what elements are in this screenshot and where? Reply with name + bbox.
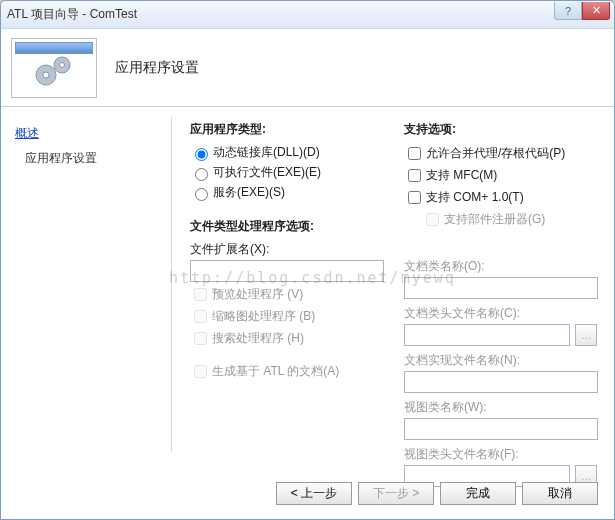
check-merge-proxy[interactable]: 允许合并代理/存根代码(P): [404, 144, 598, 163]
wizard-buttons: < 上一步 下一步 > 完成 取消: [276, 482, 598, 505]
support-title: 支持选项:: [404, 121, 598, 138]
check-mfc-input[interactable]: [408, 169, 421, 182]
check-component-reg-input: [426, 213, 439, 226]
view-header-label: 视图类头文件名称(F):: [404, 446, 598, 463]
title-bar: ATL 项目向导 - ComTest ? ✕: [1, 1, 614, 29]
file-ext-input[interactable]: [190, 260, 384, 282]
help-button[interactable]: ?: [554, 2, 582, 20]
doc-impl-label: 文档实现文件名称(N):: [404, 352, 598, 369]
radio-exe-input[interactable]: [195, 168, 208, 181]
check-gen-atl-doc: 生成基于 ATL 的文档(A): [190, 362, 384, 381]
check-thumb-input: [194, 310, 207, 323]
doc-header-input: [404, 324, 570, 346]
check-component-reg: 支持部件注册器(G): [404, 210, 598, 229]
finish-button[interactable]: 完成: [440, 482, 516, 505]
radio-service-input[interactable]: [195, 188, 208, 201]
window-title: ATL 项目向导 - ComTest: [7, 6, 137, 23]
check-preview-input: [194, 288, 207, 301]
prev-button[interactable]: < 上一步: [276, 482, 352, 505]
doc-class-input: [404, 277, 598, 299]
radio-dll-input[interactable]: [195, 148, 208, 161]
view-class-label: 视图类名称(W):: [404, 399, 598, 416]
radio-exe[interactable]: 可执行文件(EXE)(E): [190, 164, 384, 181]
cancel-button[interactable]: 取消: [522, 482, 598, 505]
wizard-banner-icon: [11, 38, 97, 98]
next-button: 下一步 >: [358, 482, 434, 505]
check-search-input: [194, 332, 207, 345]
file-ext-label: 文件扩展名(X):: [190, 241, 384, 258]
app-type-title: 应用程序类型:: [190, 121, 384, 138]
doc-impl-input: [404, 371, 598, 393]
check-search: 搜索处理程序 (H): [190, 329, 384, 348]
wizard-header: 应用程序设置: [1, 29, 614, 107]
sidebar-item-overview[interactable]: 概述: [15, 125, 157, 142]
check-complus-input[interactable]: [408, 191, 421, 204]
svg-point-1: [43, 72, 49, 78]
svg-point-3: [60, 62, 65, 67]
file-type-title: 文件类型处理程序选项:: [190, 218, 384, 235]
radio-dll[interactable]: 动态链接库(DLL)(D): [190, 144, 384, 161]
wizard-page-title: 应用程序设置: [115, 59, 199, 77]
doc-class-label: 文档类名称(O):: [404, 258, 598, 275]
check-merge-proxy-input[interactable]: [408, 147, 421, 160]
check-preview: 预览处理程序 (V): [190, 285, 384, 304]
doc-header-label: 文档类头文件名称(C):: [404, 305, 598, 322]
check-gen-atl-doc-input: [194, 365, 207, 378]
radio-service[interactable]: 服务(EXE)(S): [190, 184, 384, 201]
wizard-sidebar: 概述 应用程序设置: [1, 107, 171, 462]
check-complus[interactable]: 支持 COM+ 1.0(T): [404, 188, 598, 207]
check-mfc[interactable]: 支持 MFC(M): [404, 166, 598, 185]
close-button[interactable]: ✕: [582, 2, 610, 20]
check-thumb: 缩略图处理程序 (B): [190, 307, 384, 326]
view-class-input: [404, 418, 598, 440]
sidebar-item-app-settings[interactable]: 应用程序设置: [15, 151, 97, 165]
doc-header-browse: …: [575, 324, 597, 346]
